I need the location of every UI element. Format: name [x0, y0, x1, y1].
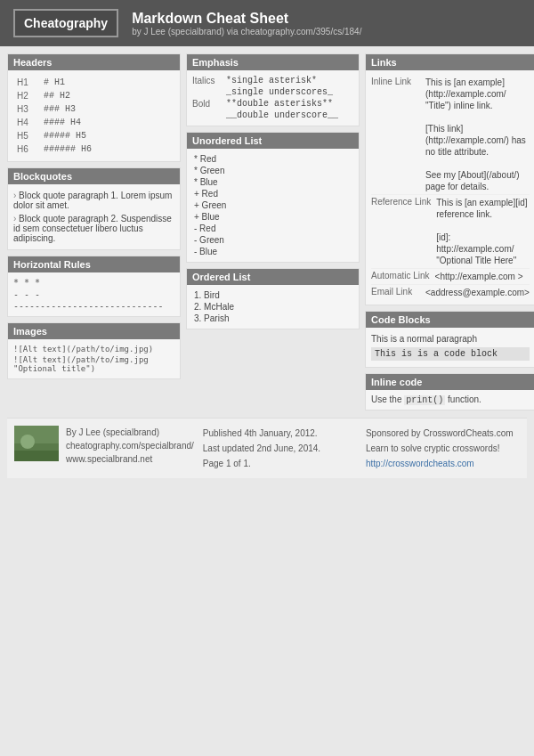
code-blocks-title: Code Blocks [366, 312, 534, 328]
headers-section-body: H1# H1 H2## H2 H3### H3 H4#### H4 H5####… [8, 70, 180, 161]
table-row: H1# H1 [15, 77, 173, 88]
hr-sample: ---------------------------- [13, 300, 174, 312]
updated-date: Last updated 2nd June, 2014. [203, 441, 357, 456]
blockquote-item: › Block quote paragraph 1. Lorem ipsum d… [13, 189, 174, 212]
page-header: Cheatography Markdown Cheat Sheet by J L… [0, 0, 534, 46]
page-subtitle: by J Lee (specialbrand) via cheatography… [132, 27, 361, 37]
link-row-email: Email Link <address@example.com> [371, 285, 530, 300]
table-row: H4#### H4 [15, 117, 173, 128]
middle-column: Emphasis Italics *single asterisk* _sing… [186, 53, 360, 411]
headers-table: H1# H1 H2## H2 H3### H3 H4#### H4 H5####… [13, 75, 174, 157]
blockquotes-title: Blockquotes [8, 168, 180, 184]
emphasis-row: Bold **double asterisks** [192, 98, 353, 110]
svg-rect-3 [14, 451, 59, 461]
list-item: 2. McHale [192, 301, 353, 313]
code-normal-text: This is a normal paragraph [371, 332, 530, 345]
link-row-inline: Inline Link This is [an example](http://… [371, 75, 530, 195]
inline-code-title: Inline code [366, 374, 534, 390]
footer-left-text: By J Lee (specialbrand) cheatography.com… [66, 426, 194, 466]
list-item: * Blue [192, 176, 353, 188]
ordered-list-title: Ordered List [187, 269, 359, 285]
link-row-reference: Reference Link This is [an example][id] … [371, 195, 530, 269]
horizontal-rules-body: * * * - - - ---------------------------- [8, 272, 180, 316]
sponsor-tagline: Learn to solve cryptic crosswords! [366, 441, 520, 456]
code-blocks-body: This is a normal paragraph This is is a … [366, 328, 534, 367]
list-item: - Red [192, 223, 353, 234]
title-area: Markdown Cheat Sheet by J Lee (specialbr… [132, 11, 361, 37]
emphasis-title: Emphasis [187, 54, 359, 70]
images-body: ![Alt text](/path/to/img.jpg) ![Alt text… [8, 339, 180, 378]
main-content: Headers H1# H1 H2## H2 H3### H3 H4#### H… [0, 46, 534, 418]
horizontal-rules-section: Horizontal Rules * * * - - - -----------… [7, 256, 181, 317]
page-title: Markdown Cheat Sheet [132, 11, 361, 27]
emphasis-val2: __double underscore__ [226, 110, 353, 121]
image-sample: ![Alt text](/path/to/img.jpg) [13, 344, 174, 354]
unordered-list-body: * Red * Green * Blue + Red + Green + Blu… [187, 149, 359, 262]
image-sample: ![Alt text](/path/to/img.jpg "Optional t… [13, 354, 174, 374]
emphasis-section: Emphasis Italics *single asterisk* _sing… [186, 53, 360, 126]
author-site2: www.specialbrand.net [66, 452, 194, 466]
logo: Cheatography [13, 9, 118, 37]
inline-code-body: Use the print() function. [366, 390, 534, 410]
inline-code-code: print() [404, 395, 445, 405]
inline-code-section: Inline code Use the print() function. [365, 373, 534, 411]
blockquotes-body: › Block quote paragraph 1. Lorem ipsum d… [8, 184, 180, 249]
sponsor-link[interactable]: http://crosswordcheats.com [366, 459, 474, 468]
headers-section: Headers H1# H1 H2## H2 H3### H3 H4#### H… [7, 53, 181, 162]
images-title: Images [8, 323, 180, 339]
footer-image [14, 426, 59, 461]
sponsor-url: http://crosswordcheats.com [366, 456, 520, 471]
inline-code-text-after: function. [445, 394, 481, 404]
list-item: * Red [192, 153, 353, 165]
sponsor-name: Sponsored by CrosswordCheats.com [366, 426, 520, 441]
left-column: Headers H1# H1 H2## H2 H3### H3 H4#### H… [7, 53, 181, 411]
inline-code-text-before: Use the [371, 394, 404, 404]
links-body: Inline Link This is [an example](http://… [366, 70, 534, 305]
code-block-text: This is is a code block [371, 347, 530, 361]
footer-mid-text: Published 4th January, 2012. Last update… [203, 426, 357, 471]
published-date: Published 4th January, 2012. [203, 426, 357, 441]
blockquotes-section: Blockquotes › Block quote paragraph 1. L… [7, 167, 181, 250]
page-count: Page 1 of 1. [203, 456, 357, 471]
list-item: + Green [192, 199, 353, 211]
right-column: Links Inline Link This is [an example](h… [365, 53, 534, 411]
ordered-list-section: Ordered List 1. Bird 2. McHale 3. Parish [186, 268, 360, 329]
headers-section-title: Headers [8, 54, 180, 70]
links-section: Links Inline Link This is [an example](h… [365, 53, 534, 305]
table-row: H5##### H5 [15, 130, 173, 142]
footer: By J Lee (specialbrand) cheatography.com… [7, 418, 527, 478]
author-site1: cheatography.com/specialbrand/ [66, 439, 194, 452]
hr-sample: * * * [13, 277, 174, 289]
emphasis-row: Italics *single asterisk* [192, 75, 353, 86]
list-item: 1. Bird [192, 289, 353, 301]
table-row: H2## H2 [15, 90, 173, 102]
blockquote-item: › Block quote paragraph 2. Suspendisse i… [13, 212, 174, 245]
hr-sample: - - - [13, 289, 174, 300]
list-item: + Red [192, 188, 353, 199]
ordered-list-body: 1. Bird 2. McHale 3. Parish [187, 285, 359, 329]
links-title: Links [366, 54, 534, 70]
list-item: - Blue [192, 246, 353, 257]
emphasis-body: Italics *single asterisk* _single unders… [187, 70, 359, 126]
horizontal-rules-title: Horizontal Rules [8, 256, 180, 272]
emphasis-val2: _single underscores_ [226, 86, 353, 98]
table-row: H6###### H6 [15, 143, 173, 155]
list-item: + Blue [192, 211, 353, 223]
code-blocks-section: Code Blocks This is a normal paragraph T… [365, 311, 534, 368]
list-item: 3. Parish [192, 313, 353, 324]
list-item: * Green [192, 165, 353, 176]
images-section: Images ![Alt text](/path/to/img.jpg) ![A… [7, 322, 181, 379]
svg-point-2 [20, 435, 35, 449]
author-name: By J Lee (specialbrand) [66, 426, 194, 439]
link-row-automatic: Automatic Link <http://example.com > [371, 269, 530, 285]
list-item: - Green [192, 234, 353, 246]
footer-author: By J Lee (specialbrand) cheatography.com… [14, 426, 194, 471]
unordered-list-section: Unordered List * Red * Green * Blue + Re… [186, 132, 360, 263]
unordered-list-title: Unordered List [187, 133, 359, 149]
footer-right-text: Sponsored by CrosswordCheats.com Learn t… [366, 426, 520, 471]
table-row: H3### H3 [15, 103, 173, 115]
